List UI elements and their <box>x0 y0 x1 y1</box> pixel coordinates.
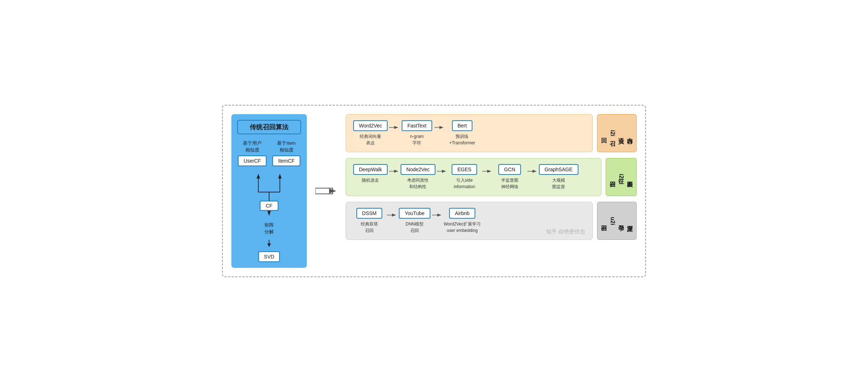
svg-marker-9 <box>267 211 271 215</box>
gcn-desc: 半监督图神经网络 <box>501 177 518 190</box>
chain-node-gcn: GCN 半监督图神经网络 <box>494 164 526 190</box>
arrow-1 <box>389 120 399 131</box>
arrow-svg-g3 <box>482 168 492 175</box>
itemcf-col: 基于Item相似度 ItemCF <box>272 140 300 166</box>
bert-box: Bert <box>452 120 473 131</box>
main-arrow-svg <box>315 184 337 198</box>
arrow-svg-1 <box>389 124 399 131</box>
arrow-svg-g2 <box>437 168 447 175</box>
graph-section-box: DeepWalk 随机游走 <box>346 158 601 196</box>
matrix-label: 矩阵分解 <box>264 222 274 236</box>
arrow-svg-d2 <box>432 211 442 219</box>
deep-section-box: DSSM 经典双塔召回 <box>346 202 593 240</box>
arrow-g1 <box>389 164 399 175</box>
arrow-svg-d1 <box>387 211 397 219</box>
left-panel: 传统召回算法 基于用户相似度 UserCF 基于Item相似度 ItemCF <box>231 114 307 267</box>
chain-item-word2vec: Word2Vec 经典词向量表达 <box>353 120 401 146</box>
deep-node-chain: DSSM 经典双塔召回 <box>353 208 585 234</box>
deepwalk-box: DeepWalk <box>353 164 388 175</box>
svg-text:CF: CF <box>266 203 273 209</box>
down-arrow-svg <box>266 240 273 247</box>
dssm-box: DSSM <box>356 208 382 219</box>
arrow-g4 <box>527 164 537 175</box>
usercf-node: UserCF <box>238 155 267 166</box>
itemcf-node: ItemCF <box>272 155 300 166</box>
chain-node-deepwalk: DeepWalk 随机游走 <box>353 164 388 183</box>
chain-item-node2vec: Node2Vec 考虑同质性和结构性 <box>401 164 448 190</box>
content-section-box: Word2Vec 经典词向量表达 <box>346 114 593 152</box>
word2vec-box: Word2Vec <box>353 120 388 131</box>
chain-node-youtube: YouTube DNN模型召回 <box>398 208 431 234</box>
deep-section-row: DSSM 经典双塔召回 <box>346 202 637 240</box>
arrow-svg-g1 <box>389 168 399 175</box>
arrow-g2 <box>437 164 447 175</box>
deep-label: 深度学习u2i召回 <box>597 202 637 240</box>
fasttext-box: FastText <box>402 120 432 131</box>
deepwalk-desc: 随机游走 <box>362 177 379 183</box>
svg-rect-13 <box>315 188 333 194</box>
chain-item-gcn: GCN 半监督图神经网络 <box>494 164 539 190</box>
chain-node-node2vec: Node2Vec 考虑同质性和结构性 <box>401 164 435 190</box>
chain-node-fasttext: FastText n-gram字符 <box>401 120 433 146</box>
dssm-desc: 经典双塔召回 <box>361 221 378 234</box>
chain-node-eges: EGES 引入sideinformation <box>448 164 481 190</box>
arrow-svg-g4 <box>527 168 537 175</box>
chain-item-dssm: DSSM 经典双塔召回 <box>353 208 398 234</box>
arrow-d1 <box>387 208 397 219</box>
bert-desc: 预训练+Transformer <box>449 133 475 146</box>
node2vec-box: Node2Vec <box>401 164 435 175</box>
outer-container: 传统召回算法 基于用户相似度 UserCF 基于Item相似度 ItemCF <box>222 105 646 277</box>
eges-desc: 引入sideinformation <box>454 177 475 190</box>
node2vec-desc: 考虑同质性和结构性 <box>407 177 429 190</box>
left-arrows-svg: CF <box>240 171 298 217</box>
arrow-svg-2 <box>434 124 444 131</box>
airbnb-box: Airbnb <box>449 208 475 219</box>
chain-item-eges: EGES 引入sideinformation <box>448 164 494 190</box>
youtube-box: YouTube <box>399 208 430 219</box>
chain-item-fasttext: FastText n-gram字符 <box>401 120 446 146</box>
graphsage-desc: 大规模图监督 <box>552 177 565 190</box>
content-section-row: Word2Vec 经典词向量表达 <box>346 114 637 152</box>
chain-item-youtube: YouTube DNN模型召回 <box>398 208 444 234</box>
youtube-desc: DNN模型召回 <box>406 221 424 234</box>
user-label: 基于用户相似度 <box>243 140 262 153</box>
svd-node: SVD <box>258 251 280 262</box>
svg-marker-11 <box>267 243 271 247</box>
arrow-d2 <box>432 208 442 219</box>
gcn-box: GCN <box>498 164 521 175</box>
word2vec-desc: 经典词向量表达 <box>360 133 381 146</box>
graph-node-chain: DeepWalk 随机游走 <box>353 164 594 190</box>
arrow-2 <box>434 120 444 131</box>
chain-item-deepwalk: DeepWalk 随机游走 <box>353 164 401 183</box>
graph-section-row: DeepWalk 随机游走 <box>346 158 637 196</box>
fasttext-desc: n-gram字符 <box>410 133 424 146</box>
airbnb-desc: Word2Vec扩展学习user embedding <box>444 221 481 234</box>
chain-node-word2vec: Word2Vec 经典词向量表达 <box>353 120 388 146</box>
graph-label: 图表征i2i召回 <box>606 158 637 196</box>
chain-node-airbnb: Airbnb Word2Vec扩展学习user embedding <box>444 208 481 234</box>
usercf-col: 基于用户相似度 UserCF <box>238 140 267 166</box>
middle-arrow <box>315 114 337 267</box>
main-layout: 传统召回算法 基于用户相似度 UserCF 基于Item相似度 ItemCF <box>231 114 637 267</box>
arrow-g3 <box>482 164 492 175</box>
chain-node-bert: Bert 预训练+Transformer <box>446 120 478 146</box>
eges-box: EGES <box>452 164 477 175</box>
chain-node-dssm: DSSM 经典双塔召回 <box>353 208 385 234</box>
content-label: 内容语义i2i召回 <box>597 114 637 152</box>
svg-marker-5 <box>278 174 282 178</box>
right-panels: Word2Vec 经典词向量表达 <box>346 114 637 267</box>
graphsage-box: GraphSAGE <box>539 164 578 175</box>
chain-node-graphsage: GraphSAGE 大规模图监督 <box>539 164 578 190</box>
content-node-chain: Word2Vec 经典词向量表达 <box>353 120 585 146</box>
item-label: 基于Item相似度 <box>277 140 295 153</box>
svg-marker-4 <box>257 174 260 178</box>
left-title: 传统召回算法 <box>237 120 301 134</box>
